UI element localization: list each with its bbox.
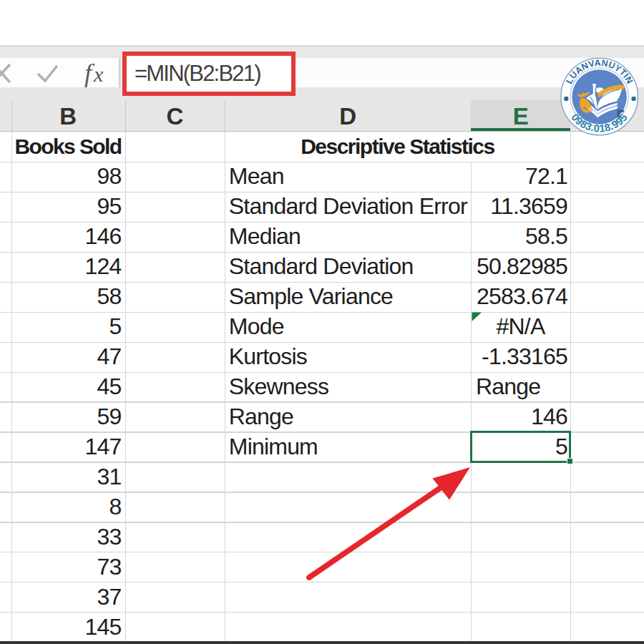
svg-text:x: x — [93, 62, 104, 86]
